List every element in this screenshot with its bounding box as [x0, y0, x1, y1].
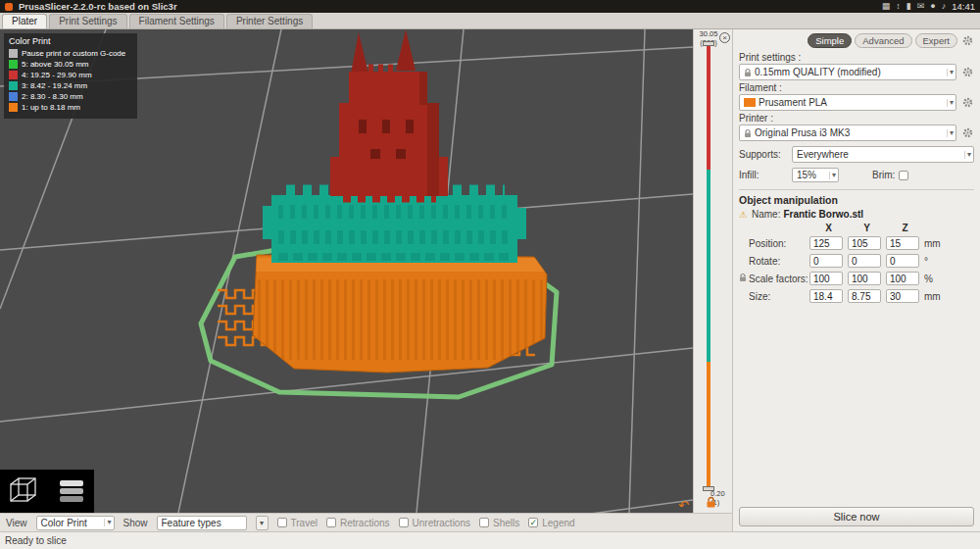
uniform-scale-lock-icon[interactable] [739, 273, 749, 284]
legend-swatch [9, 60, 18, 69]
object-name-value: Frantic Borwo.stl [783, 209, 863, 220]
chevron-down-icon: ▾ [947, 69, 954, 76]
legend-checkbox[interactable]: ✓ [528, 518, 538, 527]
legend-item: 4: 19.25 - 29.90 mm [9, 71, 132, 79]
position-x-input[interactable] [809, 236, 843, 250]
position-z-input[interactable] [886, 236, 919, 250]
layers-icon [51, 473, 90, 510]
cube-icon [4, 473, 43, 510]
printer-gear-icon[interactable] [960, 127, 974, 138]
layer-slider-segment [707, 362, 710, 488]
travel-checkbox[interactable] [277, 518, 287, 527]
filament-label: Filament : [739, 82, 974, 93]
axis-y-label: Y [848, 223, 886, 233]
collapse-sidebar-icon[interactable]: × [719, 32, 730, 43]
layer-slider-segment [707, 170, 710, 362]
mode-advanced-button[interactable]: Advanced [855, 33, 911, 48]
scale-row: Scale factors: % [739, 272, 974, 285]
mode-simple-button[interactable]: Simple [808, 33, 852, 48]
legend-swatch [9, 103, 18, 112]
keyboard-indicator-icon[interactable]: ▦ [882, 2, 891, 11]
chevron-down-icon: ▾ [947, 129, 954, 137]
mode-expert-button[interactable]: Expert [915, 33, 957, 48]
bluetooth-icon[interactable]: ● [930, 2, 935, 11]
chevron-down-icon: ▾ [829, 172, 836, 179]
tab-filament-settings[interactable]: Filament Settings [129, 14, 224, 28]
app-icon [5, 3, 13, 11]
rotate-x-input[interactable] [809, 254, 843, 268]
preview-toolbar: View Color Print ▾ Show Feature types ▾ … [0, 513, 732, 531]
view-select[interactable]: Color Print ▾ [36, 516, 115, 530]
layer-slider-upper-handle[interactable] [703, 41, 714, 46]
tab-bar: Plater Print Settings Filament Settings … [0, 13, 980, 29]
lock-icon [744, 128, 752, 138]
legend-item: 2: 8.30 - 8.30 mm [9, 92, 132, 101]
preview-view-button[interactable] [47, 470, 94, 513]
axis-z-label: Z [886, 223, 924, 233]
warning-icon: ⚠ [739, 210, 749, 220]
scale-x-input[interactable] [809, 272, 843, 285]
supports-label: Supports: [739, 149, 788, 160]
tab-plater[interactable]: Plater [2, 14, 47, 28]
model-top-red [330, 29, 448, 198]
chevron-down-icon: ▾ [104, 519, 111, 526]
layer-slider-segment [707, 46, 710, 170]
mode-gear-icon[interactable] [960, 35, 974, 46]
view-mode-toggles [0, 470, 94, 513]
size-row: Size: mm [739, 289, 974, 303]
print-settings-gear-icon[interactable] [960, 67, 974, 77]
brim-label: Brim: [872, 170, 895, 180]
supports-select[interactable]: Everywhere ▾ [792, 146, 974, 163]
show-label: Show [123, 518, 148, 528]
rotate-z-input[interactable] [886, 254, 919, 268]
status-text: Ready to slice [5, 535, 67, 546]
print-settings-label: Print settings : [739, 52, 974, 63]
lock-icon[interactable] [706, 496, 716, 511]
position-y-input[interactable] [848, 236, 881, 250]
print-settings-select[interactable]: 0.15mm QUALITY (modified) ▾ [739, 64, 956, 80]
filament-gear-icon[interactable] [960, 97, 974, 108]
legend-title: Color Print [9, 36, 132, 46]
discard-color-changes-icon[interactable]: ↶ [678, 499, 689, 512]
tab-printer-settings[interactable]: Printer Settings [226, 14, 313, 28]
lock-icon [744, 68, 752, 77]
window-title: PrusaSlicer-2.2.0-rc based on Slic3r [19, 1, 177, 12]
axis-header: X Y Z [739, 223, 974, 233]
status-bar: Ready to slice [0, 531, 980, 549]
shells-checkbox[interactable] [479, 518, 489, 527]
unretractions-checkbox[interactable] [399, 518, 409, 527]
chevron-down-icon: ▾ [947, 99, 954, 107]
shells-checkbox-group: Shells [479, 518, 519, 528]
volume-icon[interactable]: ♪ [942, 2, 947, 11]
scale-y-input[interactable] [848, 272, 881, 285]
brim-checkbox[interactable] [899, 171, 908, 180]
size-z-input[interactable] [886, 289, 919, 303]
infill-select[interactable]: 15% ▾ [792, 168, 839, 182]
filament-color-swatch [744, 98, 756, 107]
filament-select[interactable]: Prusament PLA ▾ [739, 94, 956, 111]
legend-checkbox-group: ✓ Legend [528, 518, 574, 528]
slice-now-button[interactable]: Slice now [739, 507, 974, 526]
feature-types-dropdown-button[interactable]: ▾ [256, 516, 269, 530]
legend-swatch [9, 81, 18, 90]
network-icon[interactable]: ↕ [896, 2, 901, 11]
size-x-input[interactable] [809, 289, 843, 303]
legend-swatch [9, 92, 18, 101]
scale-z-input[interactable] [886, 272, 919, 285]
size-y-input[interactable] [848, 289, 881, 303]
rotate-y-input[interactable] [848, 254, 881, 268]
show-features-select[interactable]: Feature types [157, 516, 247, 530]
legend-swatch [9, 71, 18, 79]
battery-icon[interactable]: ▮ [906, 2, 911, 11]
tab-print-settings[interactable]: Print Settings [49, 14, 126, 28]
printer-select[interactable]: Original Prusa i3 MK3 ▾ [739, 125, 956, 141]
travel-checkbox-group: Travel [277, 518, 318, 528]
3d-viewport[interactable]: Color Print Pause print or custom G-code… [0, 29, 693, 513]
legend-item: 5: above 30.05 mm [9, 60, 132, 69]
divider [739, 189, 974, 190]
3d-editor-view-button[interactable] [0, 470, 47, 513]
legend-item: 3: 8.42 - 19.24 mm [9, 81, 132, 90]
clock[interactable]: 14:41 [952, 1, 975, 12]
mail-icon[interactable]: ✉ [917, 2, 925, 11]
retractions-checkbox[interactable] [326, 518, 336, 527]
